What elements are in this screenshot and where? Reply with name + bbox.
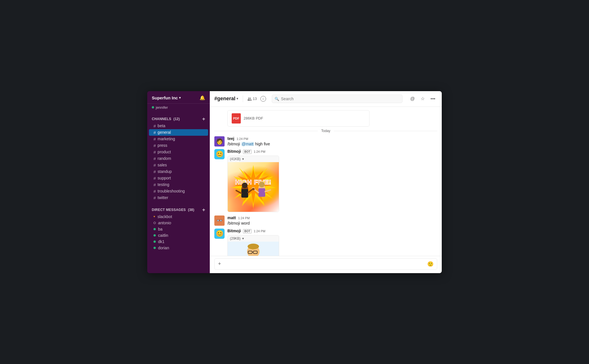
word-svg: WORD (228, 242, 279, 256)
dm-item-slackbot[interactable]: ♥ slackbot (149, 214, 208, 220)
sidebar-item-twitter[interactable]: # twitter (149, 194, 208, 201)
add-channel-button[interactable]: + (202, 116, 205, 122)
workspace-name[interactable]: Superfun Inc ▾ (152, 95, 181, 100)
message-header: Bitmoji BOT 1:24 PM (227, 229, 437, 233)
sidebar-item-product[interactable]: # product (149, 149, 208, 155)
hash-icon: # (154, 163, 156, 168)
info-button[interactable]: i (260, 96, 266, 102)
user-status-row: jennifer (147, 104, 210, 112)
search-input[interactable] (272, 95, 403, 103)
attachment-dropdown-icon[interactable]: ▾ (242, 157, 244, 161)
sidebar: Superfun Inc ▾ 🔔 jennifer CHANNELS (12) … (147, 91, 210, 273)
main-content: #general ▾ 13 i 🔍 @ ☆ ••• (210, 91, 442, 273)
channel-chevron-icon: ▾ (237, 97, 238, 101)
sidebar-item-support[interactable]: # support (149, 175, 208, 181)
bot-badge: BOT (243, 150, 251, 154)
message-row: 🧑 teej 1:24 PM /bitmoji @matt high five (210, 135, 442, 148)
dm-item-dk1[interactable]: dk1 (149, 239, 208, 245)
message-author: Bitmoji (227, 229, 241, 233)
dm-section-header: DIRECT MESSAGES (38) + (147, 203, 210, 214)
bell-icon[interactable]: 🔔 (200, 95, 205, 101)
sidebar-item-marketing[interactable]: # marketing (149, 136, 208, 142)
hash-icon: # (154, 189, 156, 194)
sidebar-item-sales[interactable]: # sales (149, 162, 208, 168)
message-text: /bitmoji word (227, 221, 437, 226)
message-input-box: + 🙂 (214, 258, 437, 270)
attachment-size: (41KB) (230, 157, 240, 161)
sticker-image-high-five: HIGH FIVE! (228, 162, 279, 212)
star-button[interactable]: ☆ (418, 95, 427, 103)
sidebar-item-general[interactable]: # general (149, 129, 208, 136)
svg-line-12 (265, 190, 270, 192)
messages-area[interactable]: PDF 286KB PDF Today 🧑 teej 1:24 PM /bitm… (210, 107, 442, 256)
attachment-dropdown-icon[interactable]: ▾ (242, 237, 244, 240)
at-mention-button[interactable]: @ (408, 95, 417, 103)
sidebar-item-beta[interactable]: # beta (149, 123, 208, 129)
svg-rect-5 (241, 189, 248, 198)
workspace-name-label: Superfun Inc (152, 95, 178, 100)
message-content: Bitmoji BOT 1:24 PM (29KB) ▾ (227, 229, 437, 256)
svg-text:HIGH FIVE!: HIGH FIVE! (235, 179, 271, 186)
add-attachment-button[interactable]: + (218, 261, 221, 267)
sidebar-item-testing[interactable]: # testing (149, 181, 208, 188)
avatar: 🧑 (214, 136, 225, 147)
offline-status-dot (154, 222, 156, 224)
message-header: Bitmoji BOT 1:24 PM (227, 149, 437, 154)
sidebar-item-press[interactable]: # press (149, 142, 208, 149)
hash-icon: # (154, 130, 156, 135)
dm-item-antonio[interactable]: antonio (149, 220, 208, 226)
sticker-attachment-word: (29KB) ▾ (227, 235, 279, 256)
dm-item-dorian[interactable]: dorian (149, 245, 208, 251)
channel-name-label: #general (214, 96, 235, 102)
sidebar-item-random[interactable]: # random (149, 155, 208, 162)
hash-icon: # (154, 124, 156, 128)
more-options-button[interactable]: ••• (429, 95, 437, 103)
svg-rect-10 (258, 188, 265, 197)
online-status-dot (154, 247, 156, 249)
online-status-dot (154, 240, 156, 243)
channels-list: # beta # general # marketing # press # p… (147, 123, 210, 201)
dm-item-ba[interactable]: ba (149, 226, 208, 232)
message-row: 👓 matt 1:24 PM /bitmoji word (210, 214, 442, 227)
avatar: 😊 (214, 149, 225, 159)
message-time: 1:24 PM (254, 229, 266, 233)
message-time: 1:24 PM (254, 150, 266, 153)
message-text: /bitmoji @matt high five (227, 141, 437, 147)
dm-item-caitlin[interactable]: caitlin (149, 232, 208, 239)
file-attachment: PDF 286KB PDF (227, 110, 370, 127)
heart-icon: ♥ (154, 215, 155, 218)
attachment-header: (29KB) ▾ (228, 235, 279, 242)
avatar: 👓 (214, 216, 225, 226)
message-row: 😊 Bitmoji BOT 1:24 PM (41KB) ▾ (210, 148, 442, 214)
header-actions: @ ☆ ••• (408, 95, 437, 103)
sidebar-item-troubleshooting[interactable]: # troubleshooting (149, 188, 208, 194)
avatar: 😊 (214, 229, 225, 239)
message-input[interactable] (223, 262, 425, 266)
emoji-picker-button[interactable]: 🙂 (427, 261, 434, 267)
svg-point-14 (252, 188, 255, 190)
message-time: 1:24 PM (238, 216, 250, 220)
current-user-label: jennifer (156, 105, 168, 110)
message-author: teej (227, 136, 234, 141)
members-icon (248, 97, 252, 101)
add-dm-button[interactable]: + (202, 207, 205, 212)
dm-list: ♥ slackbot antonio ba caitlin dk1 dor (147, 214, 210, 251)
sidebar-header: Superfun Inc ▾ 🔔 (147, 91, 210, 104)
search-icon: 🔍 (275, 97, 279, 101)
hash-icon: # (154, 195, 156, 200)
mention: @matt (241, 142, 254, 146)
online-status-dot (154, 234, 156, 237)
message-row: 😊 Bitmoji BOT 1:24 PM (29KB) ▾ (210, 227, 442, 256)
sidebar-item-standup[interactable]: # standup (149, 168, 208, 175)
online-status-dot (152, 106, 154, 108)
date-divider: Today (210, 129, 442, 133)
message-content: Bitmoji BOT 1:24 PM (41KB) ▾ (227, 149, 437, 213)
message-time: 1:24 PM (237, 137, 248, 141)
app-wrapper: Superfun Inc ▾ 🔔 jennifer CHANNELS (12) … (147, 91, 442, 273)
pdf-icon: PDF (232, 113, 241, 124)
svg-point-17 (248, 244, 259, 249)
hash-icon: # (154, 143, 156, 148)
member-count[interactable]: 13 (248, 97, 257, 101)
message-content: matt 1:24 PM /bitmoji word (227, 216, 437, 226)
channel-title[interactable]: #general ▾ (214, 96, 238, 102)
